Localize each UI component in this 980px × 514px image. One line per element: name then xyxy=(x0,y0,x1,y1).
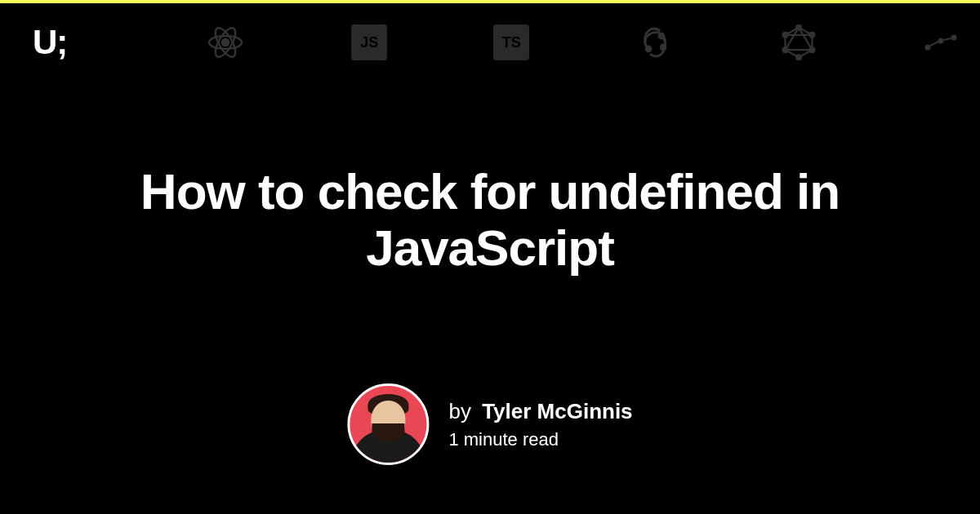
author-name: Tyler McGinnis xyxy=(482,399,632,423)
svg-point-6 xyxy=(661,45,666,50)
svg-point-9 xyxy=(810,47,815,52)
graphql-icon[interactable] xyxy=(781,24,817,60)
svg-point-14 xyxy=(938,38,944,44)
svg-point-8 xyxy=(810,33,815,38)
top-nav: U; JS TS xyxy=(0,3,980,62)
dots-icon[interactable] xyxy=(923,33,959,52)
svg-line-16 xyxy=(930,42,938,46)
svg-point-4 xyxy=(646,47,651,51)
byline: by Tyler McGinnis xyxy=(448,399,632,424)
svg-point-10 xyxy=(796,55,801,60)
svg-point-5 xyxy=(659,33,664,38)
nav-icon-row: JS TS xyxy=(157,23,959,62)
svg-point-13 xyxy=(925,45,931,51)
author-meta: by Tyler McGinnis 1 minute read xyxy=(448,399,632,450)
svg-line-17 xyxy=(943,38,951,40)
typescript-icon[interactable]: TS xyxy=(493,24,529,60)
javascript-icon[interactable]: JS xyxy=(351,24,387,60)
read-time: 1 minute read xyxy=(448,429,632,450)
svg-point-0 xyxy=(222,39,229,46)
svg-point-11 xyxy=(783,47,788,52)
brand-logo[interactable]: U; xyxy=(33,25,67,60)
author-row: by Tyler McGinnis 1 minute read xyxy=(347,383,632,465)
article-title: How to check for undefined in JavaScript xyxy=(65,163,915,277)
byline-prefix: by xyxy=(448,399,470,423)
react-icon[interactable] xyxy=(206,23,245,62)
svg-point-7 xyxy=(796,25,801,30)
svg-point-12 xyxy=(783,33,788,38)
redux-icon[interactable] xyxy=(635,23,675,62)
svg-point-15 xyxy=(951,35,957,41)
hero: How to check for undefined in JavaScript xyxy=(0,163,980,277)
author-avatar xyxy=(347,383,429,465)
